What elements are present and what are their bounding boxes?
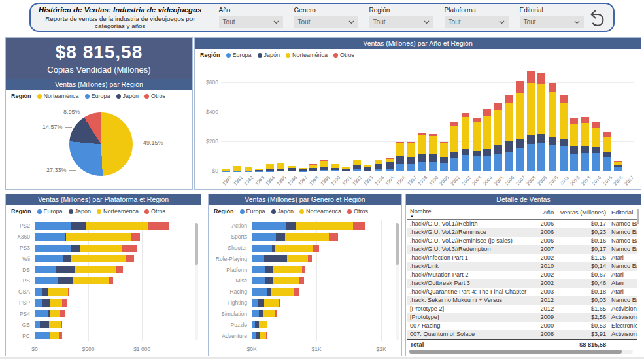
bar-segment-norteamérica[interactable]: [516, 93, 524, 139]
bar-segment-otros[interactable]: [505, 95, 513, 103]
stacked-bar-1983[interactable]: [255, 169, 263, 171]
bar-segment-europa[interactable]: [440, 163, 448, 171]
bar-segment-europa[interactable]: [309, 171, 317, 171]
bar-segment-europa[interactable]: [35, 222, 71, 230]
filter-dropdown-genero[interactable]: Tout: [294, 16, 358, 28]
stacked-bar-1991[interactable]: [342, 167, 350, 171]
bar-segment-europa[interactable]: [252, 299, 258, 307]
bar-segment-europa[interactable]: [527, 144, 535, 171]
bar-segment-norteamérica[interactable]: [407, 143, 415, 157]
bar-segment-norteamérica[interactable]: [581, 123, 589, 146]
bar-segment-norteamérica[interactable]: [560, 103, 568, 139]
bar-segment-japón[interactable]: [603, 152, 611, 157]
table-horizontal-scrollbar[interactable]: [409, 350, 633, 354]
stacked-bar-2009[interactable]: [537, 73, 545, 171]
bar-segment-otros[interactable]: [537, 73, 545, 84]
stacked-bar-gba[interactable]: [35, 288, 190, 296]
stacked-bar-1999[interactable]: [429, 134, 437, 171]
stacked-bar-1984[interactable]: [266, 164, 274, 171]
stacked-bar-ps3[interactable]: [35, 245, 190, 252]
bar-segment-otros[interactable]: [294, 288, 299, 296]
legend-item-europa[interactable]: Europa: [37, 208, 63, 214]
bar-segment-japón[interactable]: [450, 152, 458, 158]
bar-segment-norteamérica[interactable]: [259, 321, 267, 328]
bar-segment-norteamérica[interactable]: [505, 103, 513, 141]
bar-segment-norteamérica[interactable]: [263, 310, 275, 317]
stacked-bar-1995[interactable]: [386, 158, 394, 171]
bar-segment-europa[interactable]: [35, 266, 56, 273]
bar-segment-japón[interactable]: [483, 149, 491, 155]
bar-segment-europa[interactable]: [331, 170, 339, 171]
table-row[interactable]: 007: Quantum of Solace2008$3,91Activisio…: [407, 330, 637, 339]
stacked-bar-ps2[interactable]: [35, 222, 190, 230]
stacked-bar-1988[interactable]: [309, 164, 317, 171]
bar-segment-europa[interactable]: [35, 299, 42, 307]
bar-segment-japón[interactable]: [264, 255, 287, 262]
legend-item-norteamérica[interactable]: Norteamérica: [286, 52, 328, 58]
bar-segment-norteamérica[interactable]: [396, 143, 404, 156]
bar-segment-japón[interactable]: [71, 222, 86, 230]
stacked-bar-2006[interactable]: [505, 95, 513, 171]
stacked-bar-2007[interactable]: [516, 81, 524, 171]
stacked-bar-2012[interactable]: [570, 118, 578, 171]
stacked-bar-action[interactable]: [252, 222, 391, 230]
bar-segment-norteamérica[interactable]: [260, 332, 266, 339]
stacked-bar-1994[interactable]: [375, 160, 382, 171]
bar-segment-norteamérica[interactable]: [527, 83, 535, 135]
stacked-bar-2004[interactable]: [483, 109, 491, 171]
stacked-bar-2000[interactable]: [440, 142, 448, 172]
bar-segment-japón[interactable]: [505, 141, 513, 152]
bar-segment-japón[interactable]: [537, 134, 545, 143]
legend-item-europa[interactable]: Europa: [240, 208, 265, 214]
stacked-bar-1992[interactable]: [353, 160, 361, 171]
bar-segment-otros[interactable]: [126, 255, 134, 262]
bar-segment-otros[interactable]: [279, 299, 281, 307]
bar-segment-europa[interactable]: [252, 277, 265, 284]
bar-segment-norteamérica[interactable]: [273, 277, 299, 284]
stacked-bar-2013[interactable]: [581, 117, 589, 171]
legend-item-otros[interactable]: Otros: [144, 208, 165, 214]
legend-item-japón[interactable]: Japón: [69, 208, 92, 214]
stacked-bar-1997[interactable]: [407, 142, 415, 171]
bar-segment-europa[interactable]: [364, 171, 371, 171]
bar-segment-europa[interactable]: [581, 153, 589, 171]
bar-segment-japón[interactable]: [570, 146, 578, 154]
bar-segment-otros[interactable]: [131, 233, 140, 241]
stacked-bar-1986[interactable]: [288, 166, 296, 171]
bar-segment-japón[interactable]: [56, 266, 75, 273]
bar-segment-norteamérica[interactable]: [49, 321, 61, 328]
table-row[interactable]: [Prototype]2009$2,56Activision: [407, 313, 637, 322]
stacked-bar-pc[interactable]: [35, 332, 190, 339]
stacked-bar-x360[interactable]: [35, 233, 190, 241]
table-row[interactable]: .hack//Infection Part 12002$1,26Atari: [407, 254, 637, 262]
stacked-bar-2008[interactable]: [527, 71, 535, 171]
bar-segment-japón[interactable]: [560, 139, 568, 146]
bar-segment-norteamérica[interactable]: [266, 164, 274, 169]
bar-segment-norteamérica[interactable]: [320, 161, 328, 167]
bar-segment-norteamérica[interactable]: [353, 160, 361, 165]
stacked-bar-role-playing[interactable]: [252, 255, 391, 262]
bar-segment-norteamérica[interactable]: [264, 299, 279, 307]
table-row[interactable]: 007 Racing2000$0,53Electronic Arts: [407, 322, 637, 330]
stacked-bar-1990[interactable]: [331, 164, 339, 171]
stacked-bar-1980[interactable]: [222, 169, 230, 171]
stacked-bar-ps[interactable]: [35, 277, 190, 284]
bar-segment-norteamérica[interactable]: [66, 233, 131, 241]
bar-segment-otros[interactable]: [266, 332, 267, 339]
bar-segment-europa[interactable]: [252, 245, 272, 252]
stacked-bar-wii[interactable]: [35, 255, 190, 262]
filter-dropdown-año[interactable]: Tout: [219, 16, 283, 28]
scrollbar-thumb[interactable]: [409, 350, 622, 354]
bar-segment-otros[interactable]: [116, 266, 123, 273]
bar-segment-norteamérica[interactable]: [592, 128, 600, 147]
bar-segment-otros[interactable]: [148, 222, 169, 230]
legend-item-japón[interactable]: Japón: [116, 93, 139, 99]
legend-item-japón[interactable]: Japón: [271, 208, 294, 214]
bar-segment-japón[interactable]: [276, 233, 284, 241]
table-row[interactable]: [Prototype 2]2012$1,65Activision: [407, 305, 637, 313]
bar-segment-europa[interactable]: [462, 155, 469, 171]
table-row[interactable]: .hack//Outbreak Part 32002$0,46Atari: [407, 279, 637, 288]
legend-item-japón[interactable]: Japón: [258, 52, 280, 58]
bar-segment-norteamérica[interactable]: [296, 222, 353, 230]
bar-segment-japón[interactable]: [549, 137, 556, 145]
